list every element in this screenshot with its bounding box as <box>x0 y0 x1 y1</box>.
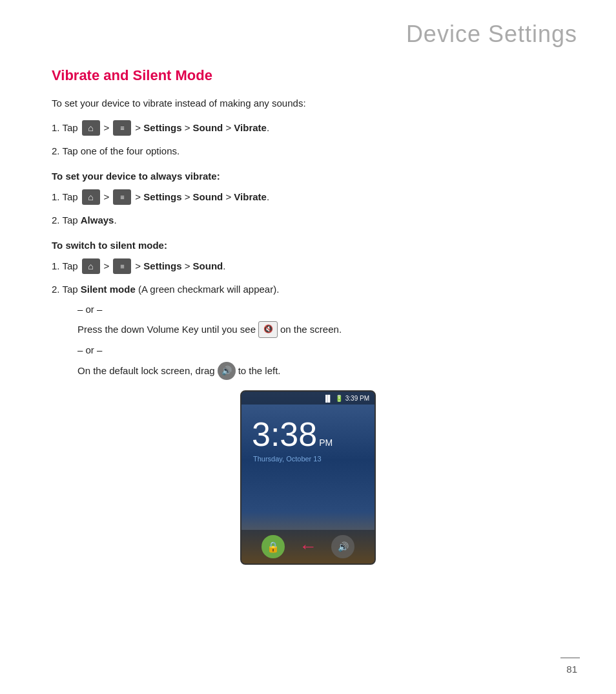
arrow-2: > <box>104 189 110 205</box>
step-text-silent-1: > Settings > Sound. <box>135 258 225 274</box>
step-1-vibrate: 1. Tap ⌂ > ≡ > Settings > Sound > Vibrat… <box>52 120 564 136</box>
home-icon-3: ⌂ <box>82 258 100 274</box>
or-line-1: – or – <box>77 304 564 315</box>
press-line: Press the down Volume Key until you see … <box>77 321 564 338</box>
step-2-vibrate: 2. Tap one of the four options. <box>52 143 564 159</box>
phone-swipe-arrow: ← <box>299 536 317 557</box>
volume-silent-icon: 🔇 <box>258 321 278 338</box>
signal-icon: ▐▌ <box>323 395 333 402</box>
on-text-pre: On the default lock screen, drag <box>77 363 215 379</box>
phone-time-digits: 3:38 <box>252 417 317 451</box>
on-text-post: to the left. <box>238 363 281 379</box>
step-text-always-2: 2. Tap Always. <box>52 213 117 228</box>
phone-lock-button[interactable]: 🔒 <box>262 535 285 558</box>
phone-speaker-button[interactable]: 🔊 <box>331 535 354 558</box>
home-icon: ⌂ <box>82 120 100 136</box>
step-2-silent: 2. Tap Silent mode (A green checkmark wi… <box>52 282 564 297</box>
arrow-1: > <box>104 120 110 136</box>
phone-bottom-bar: 🔒 ← 🔊 <box>241 530 375 563</box>
intro-text: To set your device to vibrate instead of… <box>52 96 564 111</box>
step-text: > Settings > Sound > Vibrate. <box>135 120 269 136</box>
sub-heading-1: To set your device to always vibrate: <box>52 171 564 182</box>
menu-icon: ≡ <box>113 120 131 136</box>
phone-time-ampm: PM <box>319 438 333 451</box>
page-number: 81 <box>566 664 577 675</box>
or-line-2: – or – <box>77 344 564 355</box>
status-time: 3:39 PM <box>345 395 369 402</box>
step-num: 1. Tap <box>52 189 78 205</box>
press-text-pre: Press the down Volume Key until you see <box>77 322 256 337</box>
home-icon-2: ⌂ <box>82 189 100 205</box>
menu-icon-3: ≡ <box>113 258 131 274</box>
phone-status-bar: ▐▌ 🔋 3:39 PM <box>241 392 375 405</box>
battery-icon: 🔋 <box>335 395 343 402</box>
speaker-drag-icon: 🔊 <box>218 362 236 380</box>
phone-time-display: 3:38 PM <box>241 405 375 454</box>
on-line: On the default lock screen, drag 🔊 to th… <box>77 362 564 380</box>
sub-heading-2: To switch to silent mode: <box>52 240 564 251</box>
step-text-silent-2: 2. Tap Silent mode (A green checkmark wi… <box>52 282 279 297</box>
press-text-post: on the screen. <box>280 322 342 337</box>
menu-icon-2: ≡ <box>113 189 131 205</box>
page-divider <box>560 657 580 658</box>
section-title: Vibrate and Silent Mode <box>52 67 564 84</box>
step-1-silent: 1. Tap ⌂ > ≡ > Settings > Sound. <box>52 258 564 274</box>
arrow-3: > <box>104 258 110 274</box>
step-1-always: 1. Tap ⌂ > ≡ > Settings > Sound > Vibrat… <box>52 189 564 205</box>
page-title: Device Settings <box>0 0 616 61</box>
step-text-2: 2. Tap one of the four options. <box>52 143 180 159</box>
step-text-always-1: > Settings > Sound > Vibrate. <box>135 189 269 205</box>
phone-screenshot: ▐▌ 🔋 3:39 PM 3:38 PM Thursday, October 1… <box>240 390 376 565</box>
step-num-s1: 1. Tap <box>52 258 78 274</box>
step-2-always: 2. Tap Always. <box>52 213 564 228</box>
step-number: 1. Tap <box>52 120 78 136</box>
phone-date-display: Thursday, October 13 <box>241 454 375 463</box>
